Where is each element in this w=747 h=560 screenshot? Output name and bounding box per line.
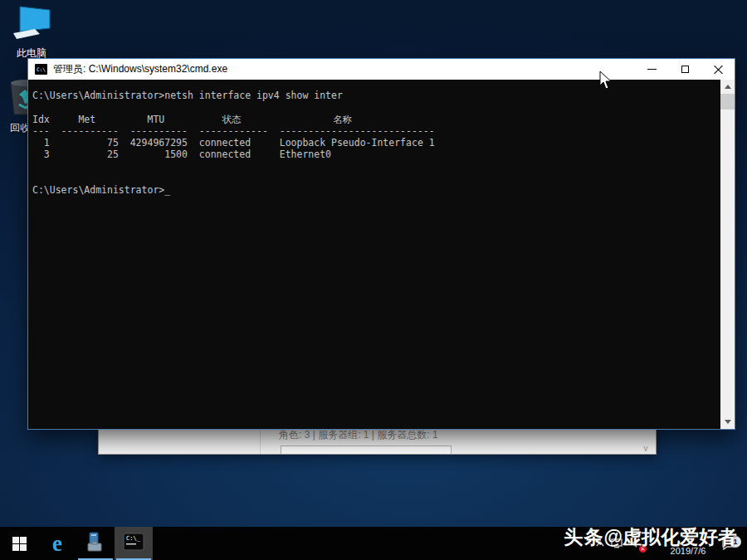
console-line [32,101,720,113]
mute-badge-icon: ✕ [639,545,647,553]
scroll-down-icon [725,420,731,424]
tray-input-language[interactable]: 英 [644,527,662,560]
close-icon [714,65,723,74]
server-manager-status-text: 角色: 3 | 服务器组: 1 | 服务器总数: 1 [279,428,438,442]
scroll-down-icon[interactable]: v [641,444,651,454]
tray-display-button[interactable] [608,527,626,560]
window-title: 管理员: C:\Windows\system32\cmd.exe [53,62,635,76]
svg-text:C:\_: C:\_ [126,535,141,542]
start-button[interactable] [0,527,38,560]
notification-badge: 1 [730,536,741,548]
console-line [32,161,720,173]
console-line: 3 25 1500 connected Ethernet0 [32,149,720,160]
tray-volume-button[interactable]: ✕ [626,527,644,560]
console-output[interactable]: C:\Users\Administrator>netsh interface i… [28,80,720,429]
console-line [32,173,720,184]
taskbar-item-server-manager[interactable] [76,527,115,560]
internet-explorer-icon: e [52,533,62,555]
monitor-icon [611,538,622,548]
taskbar-item-internet-explorer[interactable]: e [38,527,76,560]
mouse-cursor-icon [599,71,612,93]
close-button[interactable] [701,59,735,80]
scrollbar-up-button[interactable] [720,80,735,94]
console-line: --- ---------- ---------- ------------ -… [32,125,720,137]
this-pc-icon [10,30,53,44]
console-scrollbar[interactable] [720,80,735,429]
notification-center-button[interactable]: 1 [714,527,744,560]
tray-clock-date[interactable]: 2019/7/6 [662,527,714,560]
windows-logo-icon [12,537,27,551]
system-tray: ✕ 英 2019/7/6 1 [593,527,747,560]
maximize-button[interactable] [668,59,701,80]
cmd-app-icon: C:\ [35,64,47,75]
console-line: C:\Users\Administrator>netsh interface i… [32,90,720,101]
minimize-icon [647,69,657,70]
scrollbar-thumb[interactable] [720,94,735,110]
tray-expand-button[interactable] [593,527,608,560]
console-line: 1 75 4294967295 connected Loopback Pseud… [32,137,720,149]
console-line: Idx Met MTU 状态 名称 [32,114,720,125]
minimize-button[interactable] [635,59,668,80]
server-manager-panel-box [281,446,452,455]
taskbar: e C:\_ [0,527,747,560]
cmd-titlebar[interactable]: C:\ 管理员: C:\Windows\system32\cmd.exe [28,59,735,80]
scrollbar-down-button[interactable] [720,415,735,429]
scroll-up-icon [725,85,731,89]
maximize-icon [681,66,689,73]
taskbar-item-cmd[interactable]: C:\_ [115,527,153,560]
console-line: C:\Users\Administrator>_ [32,184,720,196]
desktop-background: 此电脑 回收站 角色: 3 | 服务器组: 1 | 服务器总数: 1 v C:\… [0,0,747,560]
cmd-icon: C:\_ [123,532,144,555]
desktop-icon-this-pc[interactable]: 此电脑 [5,5,58,61]
chevron-up-icon [596,541,604,547]
cmd-window: C:\ 管理员: C:\Windows\system32\cmd.exe C:\… [27,58,735,430]
server-manager-icon [85,531,106,556]
